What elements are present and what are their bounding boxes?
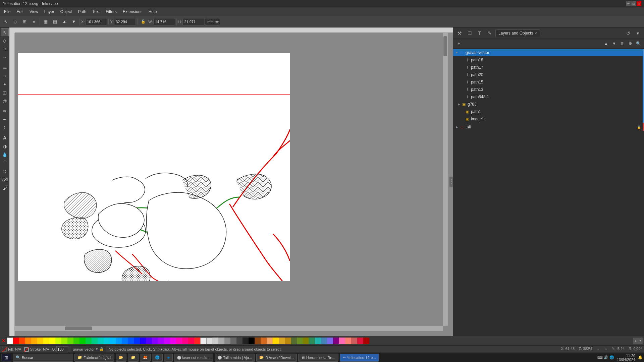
toolbar-ungroup[interactable]: ▤ (51, 17, 59, 26)
arrow-g783[interactable]: ▶ (457, 103, 461, 106)
menu-help[interactable]: Help (146, 9, 160, 15)
taskbar-chrome2[interactable]: ⬤ Tall a mida | Aju... (215, 354, 255, 362)
layer-up-button[interactable]: ▲ (602, 40, 610, 47)
palette-color-13[interactable] (92, 338, 98, 344)
layer-settings-button[interactable]: ⚙ (627, 40, 634, 47)
tool-gradient[interactable]: ◑ (1, 142, 9, 150)
tab-close-button[interactable]: ✕ (534, 32, 537, 35)
palette-color-44[interactable] (279, 338, 285, 344)
tool-dropper[interactable]: 💧 (1, 150, 9, 159)
tab-dropdown-icon[interactable]: ▾ (633, 29, 642, 38)
palette-color-57[interactable] (357, 338, 363, 344)
toolbar-lower[interactable]: ▼ (69, 17, 78, 26)
toolbar-align[interactable]: ≡ (30, 17, 38, 26)
palette-color-27[interactable] (176, 338, 182, 344)
tool-3d[interactable]: ◫ (1, 88, 9, 97)
minimize-button[interactable]: ─ (626, 1, 631, 6)
palette-color-53[interactable] (333, 338, 339, 344)
layer-add-button[interactable]: + (455, 40, 463, 47)
layer-lock-icon[interactable]: 🔒 (99, 347, 104, 351)
tab-refresh-icon[interactable]: ↺ (624, 29, 633, 38)
palette-color-50[interactable] (315, 338, 321, 344)
layer-path17[interactable]: ▶ ⌇ path17 (453, 64, 644, 71)
zoom-plus[interactable]: ＋ (604, 347, 608, 352)
menu-object[interactable]: Object (58, 9, 75, 15)
toolbar-select[interactable]: ↖ (1, 17, 10, 26)
layer-delete-button[interactable]: 🗑 (619, 40, 626, 47)
lock-aspect-button[interactable]: 🔓 (139, 17, 148, 26)
tab-icon-edit[interactable]: ✎ (485, 29, 494, 38)
palette-color-16[interactable] (110, 338, 116, 344)
taskbar-inkscape[interactable]: ✏ *telesation-12-e... (340, 354, 379, 362)
palette-color-22[interactable] (146, 338, 152, 344)
palette-color-49[interactable] (309, 338, 315, 344)
layer-path1[interactable]: ▶ ▣ path1 (453, 108, 644, 115)
layer-path20[interactable]: ▶ ⌇ path20 (453, 71, 644, 78)
palette-color-8[interactable] (61, 338, 67, 344)
tool-zoom[interactable]: ⊕ (1, 45, 9, 53)
tab-icon-object[interactable]: ☐ (465, 29, 474, 38)
canvas-content[interactable] (15, 33, 448, 331)
palette-color-15[interactable] (104, 338, 110, 344)
h-input[interactable] (182, 18, 204, 25)
layer-indicator[interactable]: gravar-vector ▾ 🔒 (71, 346, 106, 353)
palette-color-10[interactable] (73, 338, 79, 344)
tab-icon-text[interactable]: T (475, 29, 484, 38)
palette-color-55[interactable] (345, 338, 351, 344)
taskbar-herramienta[interactable]: 🖥 Herramienta Re... (298, 354, 338, 362)
palette-color-58[interactable] (363, 338, 369, 344)
palette-color-41[interactable] (261, 338, 267, 344)
menu-extensions[interactable]: Extensions (120, 9, 145, 15)
taskbar-chrome[interactable]: ⬤ laser cut resolu... (174, 354, 214, 362)
arrow-tall[interactable]: ▶ (454, 125, 459, 129)
notifications-icon[interactable]: 🔔 (638, 355, 643, 360)
palette-color-2[interactable] (25, 338, 31, 344)
tool-pen[interactable]: ✒ (1, 115, 9, 123)
palette-color-23[interactable] (152, 338, 158, 344)
palette-color-14[interactable] (98, 338, 104, 344)
menu-view[interactable]: View (27, 9, 41, 15)
toolbar-node[interactable]: ◇ (11, 17, 19, 26)
palette-color-28[interactable] (182, 338, 188, 344)
tool-text[interactable]: A (1, 134, 9, 142)
taskbar-folder3[interactable]: 📁 (128, 354, 139, 362)
palette-color-5[interactable] (43, 338, 49, 344)
tab-icon-xml[interactable]: ⚒ (455, 29, 464, 38)
palette-color-7[interactable] (55, 338, 61, 344)
y-input[interactable] (114, 18, 136, 25)
tool-node[interactable]: ◇ (1, 37, 9, 45)
palette-color-32[interactable] (206, 338, 212, 344)
palette-color-31[interactable] (200, 338, 206, 344)
close-button[interactable]: ✕ (637, 1, 641, 6)
layer-arrow-gravar[interactable]: ▼ (454, 51, 459, 54)
palette-color-0[interactable] (13, 338, 19, 344)
toolbar-group[interactable]: ▦ (41, 17, 50, 26)
palette-color-33[interactable] (212, 338, 218, 344)
layer-lock-tall[interactable]: 🔒 (637, 125, 641, 129)
palette-color-1[interactable] (19, 338, 25, 344)
opacity-input[interactable] (56, 346, 68, 352)
menu-text[interactable]: Text (90, 9, 102, 15)
palette-color-34[interactable] (218, 338, 224, 344)
taskbar-edge[interactable]: 🌐 (152, 354, 163, 362)
x-input[interactable] (85, 18, 107, 25)
palette-color-3[interactable] (31, 338, 37, 344)
palette-color-12[interactable] (86, 338, 92, 344)
taskbar-files[interactable]: 📂 D:\mario\Downl... (256, 354, 297, 362)
taskbar-firefox[interactable]: 🦊 (140, 354, 151, 362)
palette-color-20[interactable] (134, 338, 140, 344)
menu-edit[interactable]: Edit (14, 9, 26, 15)
palette-color-39[interactable] (249, 338, 255, 344)
layer-image1[interactable]: ▶ ▣ image1 (453, 115, 644, 123)
palette-color-30[interactable] (194, 338, 200, 344)
tool-rect[interactable]: ▭ (1, 63, 9, 71)
palette-color-18[interactable] (122, 338, 128, 344)
menu-file[interactable]: File (1, 9, 13, 15)
tool-eraser[interactable]: ⌫ (1, 176, 9, 184)
palette-white[interactable] (7, 338, 13, 344)
palette-color-29[interactable] (188, 338, 194, 344)
layer-down-button[interactable]: ▼ (610, 40, 618, 47)
tool-ellipse[interactable]: ○ (1, 72, 9, 80)
palette-color-37[interactable] (236, 338, 243, 344)
unit-select[interactable]: mm px cm in (205, 18, 220, 25)
